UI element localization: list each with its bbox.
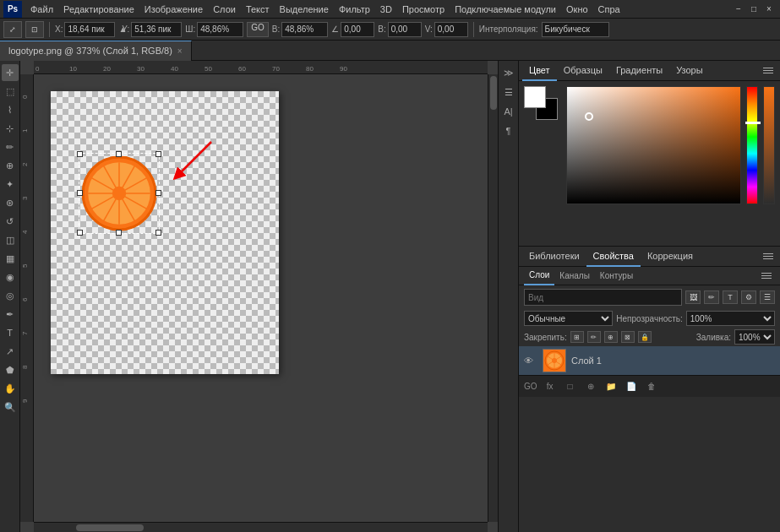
layers-panel-menu-btn[interactable] <box>761 269 775 283</box>
delete-layer-button[interactable]: 🗑 <box>644 380 659 394</box>
hue-slider[interactable] <box>746 86 758 204</box>
select-tool[interactable]: ⬚ <box>2 83 19 100</box>
x-input[interactable] <box>64 22 115 37</box>
h-input[interactable] <box>281 22 328 37</box>
add-mask-button[interactable]: □ <box>563 380 578 394</box>
selection-handle-tm[interactable] <box>116 151 122 157</box>
text-tool[interactable]: T <box>2 324 19 341</box>
selection-handle-bm[interactable] <box>116 230 122 236</box>
angle-input[interactable] <box>341 22 374 37</box>
scrollbar-horizontal[interactable] <box>34 522 488 532</box>
layer-edit-icon-btn[interactable]: ✏ <box>704 290 719 304</box>
menu-select[interactable]: Выделение <box>275 3 334 16</box>
menu-file[interactable]: Файл <box>25 3 58 16</box>
lock-pixels-btn[interactable]: ✏ <box>587 331 601 343</box>
fill-select[interactable]: 100% <box>734 329 775 345</box>
selection-handle-tr[interactable] <box>155 151 161 157</box>
selection-handle-tl[interactable] <box>77 151 83 157</box>
brush-tool[interactable]: ✦ <box>2 176 19 193</box>
selection-handle-mr[interactable] <box>155 190 161 196</box>
tab-channels[interactable]: Каналы <box>554 267 595 285</box>
v-input[interactable] <box>434 22 468 37</box>
add-adjustment-button[interactable]: ⊕ <box>583 380 598 394</box>
lock-transparent-btn[interactable]: ⊞ <box>570 331 584 343</box>
layer-search-input[interactable] <box>524 289 682 306</box>
y-input[interactable] <box>131 22 182 37</box>
canvas-area[interactable]: 0 10 20 30 40 50 60 70 80 90 <box>20 61 498 532</box>
b-input[interactable] <box>388 22 422 37</box>
text-tool-mini[interactable]: A| <box>500 103 517 120</box>
new-group-button[interactable]: 📁 <box>603 380 619 394</box>
history-tool[interactable]: ↺ <box>2 213 19 230</box>
w-input[interactable] <box>197 22 243 37</box>
tab-patterns[interactable]: Узоры <box>669 61 709 81</box>
document-tab-close[interactable]: × <box>177 46 183 56</box>
menu-image[interactable]: Изображение <box>139 3 208 16</box>
tab-layers[interactable]: Слои <box>524 267 554 285</box>
tab-gradients[interactable]: Градиенты <box>609 61 669 81</box>
menu-layers[interactable]: Слои <box>208 3 241 16</box>
crop-tool[interactable]: ⊹ <box>2 120 19 137</box>
eraser-tool[interactable]: ◫ <box>2 231 19 248</box>
blend-mode-select[interactable]: Обычные <box>524 311 613 326</box>
dodge-tool[interactable]: ◎ <box>2 287 19 304</box>
selection-handle-bl[interactable] <box>77 230 83 236</box>
selection-handle-ml[interactable] <box>77 190 83 196</box>
window-maximize-button[interactable]: □ <box>746 2 761 17</box>
layer-search-icon-btn[interactable]: 🖼 <box>685 290 701 304</box>
lasso-tool[interactable]: ⌇ <box>2 101 19 118</box>
layer-text-icon-btn[interactable]: T <box>723 290 738 304</box>
properties-panel-menu-btn[interactable] <box>763 250 777 263</box>
fx-button[interactable]: fx <box>543 380 558 394</box>
tab-libraries[interactable]: Библиотеки <box>522 247 586 267</box>
workspace-btn[interactable]: ☰ <box>500 84 517 100</box>
shape-tool[interactable]: ⬟ <box>2 361 19 378</box>
menu-edit[interactable]: Редактирование <box>58 3 139 16</box>
menu-3d[interactable]: 3D <box>375 3 397 16</box>
panel-toggle-btn[interactable]: ≫ <box>500 64 517 81</box>
selection-handle-br[interactable] <box>155 230 161 236</box>
color-panel-menu-btn[interactable] <box>763 64 777 78</box>
tab-properties[interactable]: Свойства <box>586 247 641 267</box>
paragraph-tool-mini[interactable]: ¶ <box>500 122 517 139</box>
clone-tool[interactable]: ⊛ <box>2 194 19 211</box>
layer-adjust-icon-btn[interactable]: ⚙ <box>741 290 756 304</box>
go-button[interactable]: GO <box>247 22 269 37</box>
menu-window[interactable]: Окно <box>561 3 593 16</box>
tab-swatches[interactable]: Образцы <box>557 61 609 81</box>
interp-input[interactable] <box>542 22 609 37</box>
scrollbar-vertical[interactable] <box>488 74 498 522</box>
menu-view[interactable]: Просмотр <box>397 3 450 16</box>
alpha-slider[interactable] <box>763 86 775 204</box>
lock-position-btn[interactable]: ⊕ <box>604 331 618 343</box>
path-select-tool[interactable]: ↗ <box>2 343 19 360</box>
foreground-swatch[interactable] <box>524 86 546 108</box>
menu-filter[interactable]: Фильтр <box>334 3 375 16</box>
menu-plugins[interactable]: Подключаемые модули <box>450 3 561 16</box>
color-gradient-picker[interactable] <box>566 86 741 204</box>
zoom-tool[interactable]: 🔍 <box>2 399 19 415</box>
document-tab[interactable]: logotype.png @ 373% (Слой 1, RGB/8) × <box>0 41 192 61</box>
new-layer-button[interactable]: 📄 <box>624 380 639 394</box>
window-minimize-button[interactable]: − <box>731 2 746 17</box>
tab-color[interactable]: Цвет <box>522 61 557 81</box>
layer-visibility-icon[interactable]: 👁 <box>524 356 537 366</box>
window-close-button[interactable]: × <box>761 2 777 17</box>
opacity-select[interactable]: 100% <box>686 311 775 326</box>
blur-tool[interactable]: ◉ <box>2 269 19 285</box>
pen-tool[interactable]: ✒ <box>2 306 19 323</box>
hand-tool[interactable]: ✋ <box>2 380 19 397</box>
layer-row-1[interactable]: 👁 Слой 1 <box>519 346 780 375</box>
menu-help[interactable]: Спра <box>593 3 625 16</box>
tab-paths[interactable]: Контуры <box>595 267 638 285</box>
color-picker-dot[interactable] <box>585 112 593 121</box>
tab-corrections[interactable]: Коррекция <box>641 247 700 267</box>
transform-move-btn[interactable]: ⤢ <box>3 21 22 38</box>
move-tool[interactable]: ✛ <box>2 64 19 81</box>
lock-artboard-btn[interactable]: ⊠ <box>621 331 635 343</box>
lock-all-btn[interactable]: 🔒 <box>638 331 652 343</box>
eyedropper-tool[interactable]: ✏ <box>2 138 19 155</box>
layer-options-icon-btn[interactable]: ☰ <box>760 290 775 304</box>
menu-text[interactable]: Текст <box>241 3 275 16</box>
transform-options-btn[interactable]: ⊡ <box>25 21 44 38</box>
